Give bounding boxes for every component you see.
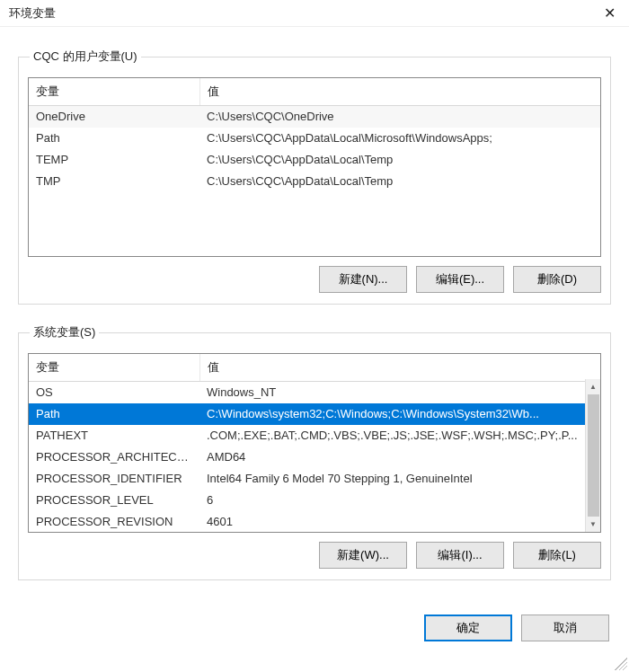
table-row[interactable]: PROCESSOR_LEVEL 6 — [29, 490, 585, 511]
var-cell: PROCESSOR_REVISION — [29, 511, 199, 533]
scrollbar[interactable]: ▲ ▼ — [585, 379, 600, 532]
system-variables-table[interactable]: 变量 值 OS Windows_NT Path C:\Windows\syste… — [28, 353, 601, 533]
val-cell: 6 — [199, 490, 585, 511]
system-variables-legend: 系统变量(S) — [30, 324, 99, 340]
table-row[interactable]: OneDrive C:\Users\CQC\OneDrive — [29, 106, 600, 128]
val-cell: C:\Users\CQC\AppData\Local\Temp — [199, 149, 600, 171]
cancel-button[interactable]: 取消 — [521, 615, 609, 641]
user-delete-button[interactable]: 删除(D) — [513, 266, 601, 293]
system-new-button[interactable]: 新建(W)... — [319, 542, 407, 569]
system-variables-group: 系统变量(S) 变量 值 OS Windows_NT Pat — [18, 324, 611, 580]
column-header-value[interactable]: 值 — [199, 354, 585, 382]
table-row[interactable]: Path C:\Windows\system32;C:\Windows;C:\W… — [29, 403, 585, 425]
var-cell: Path — [29, 403, 199, 425]
close-icon[interactable]: ✕ — [589, 0, 629, 27]
user-variables-table[interactable]: 变量 值 OneDrive C:\Users\CQC\OneDrive Path… — [28, 77, 601, 257]
var-cell: PROCESSOR_IDENTIFIER — [29, 468, 199, 490]
window-title: 环境变量 — [9, 5, 56, 22]
table-row[interactable]: OS Windows_NT — [29, 382, 585, 403]
user-variables-legend: CQC 的用户变量(U) — [30, 49, 141, 65]
user-edit-button[interactable]: 编辑(E)... — [416, 266, 504, 293]
chevron-down-icon[interactable]: ▼ — [586, 517, 600, 532]
table-row[interactable]: PROCESSOR_REVISION 4601 — [29, 511, 585, 533]
table-row[interactable]: PATHEXT .COM;.EXE;.BAT;.CMD;.VBS;.VBE;.J… — [29, 425, 585, 447]
val-cell: C:\Windows\system32;C:\Windows;C:\Window… — [199, 403, 585, 425]
scrollbar-thumb[interactable] — [588, 394, 599, 517]
column-header-value[interactable]: 值 — [199, 78, 600, 106]
resize-grip-icon[interactable] — [615, 658, 627, 670]
val-cell: C:\Users\CQC\OneDrive — [199, 106, 600, 128]
chevron-up-icon[interactable]: ▲ — [586, 379, 600, 394]
system-edit-button[interactable]: 编辑(I)... — [416, 542, 504, 569]
val-cell: Intel64 Family 6 Model 70 Stepping 1, Ge… — [199, 468, 585, 490]
var-cell: PROCESSOR_ARCHITECT... — [29, 447, 199, 468]
column-header-variable[interactable]: 变量 — [29, 78, 199, 106]
titlebar: 环境变量 ✕ — [0, 0, 629, 27]
var-cell: OS — [29, 382, 199, 403]
user-new-button[interactable]: 新建(N)... — [319, 266, 407, 293]
table-row[interactable]: PROCESSOR_IDENTIFIER Intel64 Family 6 Mo… — [29, 468, 585, 490]
table-row[interactable]: Path C:\Users\CQC\AppData\Local\Microsof… — [29, 128, 600, 149]
column-header-variable[interactable]: 变量 — [29, 354, 199, 382]
table-row[interactable]: TMP C:\Users\CQC\AppData\Local\Temp — [29, 171, 600, 192]
val-cell: AMD64 — [199, 447, 585, 468]
table-row[interactable]: PROCESSOR_ARCHITECT... AMD64 — [29, 447, 585, 468]
system-delete-button[interactable]: 删除(L) — [513, 542, 601, 569]
val-cell: 4601 — [199, 511, 585, 533]
var-cell: Path — [29, 128, 199, 149]
var-cell: TMP — [29, 171, 199, 192]
val-cell: C:\Users\CQC\AppData\Local\Temp — [199, 171, 600, 192]
user-variables-group: CQC 的用户变量(U) 变量 值 OneDrive C:\Users\CQC\… — [18, 49, 611, 305]
var-cell: PROCESSOR_LEVEL — [29, 490, 199, 511]
val-cell: C:\Users\CQC\AppData\Local\Microsoft\Win… — [199, 128, 600, 149]
val-cell: .COM;.EXE;.BAT;.CMD;.VBS;.VBE;.JS;.JSE;.… — [199, 425, 585, 447]
ok-button[interactable]: 确定 — [424, 615, 512, 641]
var-cell: OneDrive — [29, 106, 199, 128]
val-cell: Windows_NT — [199, 382, 585, 403]
var-cell: TEMP — [29, 149, 199, 171]
var-cell: PATHEXT — [29, 425, 199, 447]
table-row[interactable]: TEMP C:\Users\CQC\AppData\Local\Temp — [29, 149, 600, 171]
